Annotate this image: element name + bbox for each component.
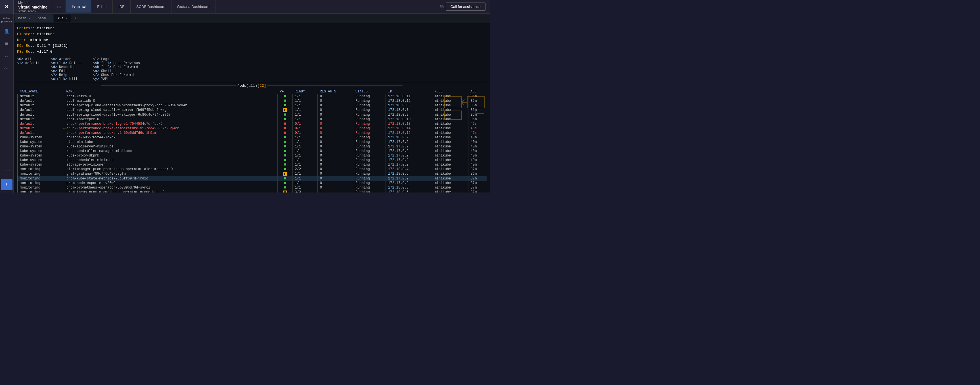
terminal-tab-bash-2[interactable]: bash ✕ xyxy=(34,14,53,22)
cell-status: Running xyxy=(353,99,386,103)
cluster-label: Cluster: xyxy=(17,32,35,36)
shortcut-key-help: <?> xyxy=(51,73,57,77)
cell-restarts: 0 xyxy=(318,181,353,185)
add-terminal-tab[interactable]: + xyxy=(71,14,79,22)
cell-ip: 172.17.0.2 xyxy=(385,158,432,162)
tab-bash-1-close[interactable]: ✕ xyxy=(29,17,30,20)
table-row[interactable]: monitoring graf-grafana-789c7f6c49-vsgtm… xyxy=(18,171,487,176)
layout-icon: ▦ xyxy=(5,41,8,46)
cell-name: truck-performance-brake-temperature-v1-7… xyxy=(64,126,278,131)
table-row[interactable]: default truck-performance-brake-temperat… xyxy=(18,126,487,131)
cell-ready: 1/1 xyxy=(293,144,317,149)
cell-ready: 1/1 xyxy=(293,176,317,181)
table-row[interactable]: kube-system kube-apiserver-minikube 1/1 … xyxy=(18,144,487,149)
sidebar-icon-code[interactable]: </> xyxy=(1,63,13,74)
cell-status: Running xyxy=(353,185,386,190)
shortcut-key-y: <y> xyxy=(93,77,99,81)
cell-name: prom-kube-state-metrics-78c6ff697d-jrd2c xyxy=(64,176,278,181)
cell-restarts: 0 xyxy=(318,176,353,181)
cell-restarts: 1 xyxy=(318,190,353,192)
k8s-rev-label: K8s Rev: xyxy=(17,50,35,54)
table-row[interactable]: default truck-performance-trucks-v1-69b5… xyxy=(18,131,487,135)
cell-name: scdf-spring-cloud-dataflow-skipper-6c86d… xyxy=(64,112,278,117)
topbar-right: ⧉ Call for assistance xyxy=(440,3,490,11)
terminal-body[interactable]: ↑ ↑ ↑ Context: minikube Cluster: minikub… xyxy=(14,23,490,192)
table-row[interactable]: monitoring prom-kube-state-metrics-78c6f… xyxy=(18,176,487,181)
cell-status: Running xyxy=(353,167,386,171)
cell-ready: 1/1 xyxy=(293,140,317,144)
col-status: STATUS xyxy=(353,89,386,94)
table-row[interactable]: kube-system kube-controller-manager-mini… xyxy=(18,149,487,154)
follow-presenter-button[interactable]: Followpresenter xyxy=(0,16,14,24)
pods-table: NAMESPACE↑ NAME PF READY RESTARTS STATUS… xyxy=(17,89,487,192)
table-row[interactable]: kube-system coredns-6955765f44-lcxqx 1/1… xyxy=(18,135,487,140)
cell-ip: 172.18.0.8 xyxy=(385,103,432,108)
tab-ide[interactable]: IDE xyxy=(113,0,130,13)
sidebar-icon-edit[interactable]: ✏ xyxy=(1,51,13,62)
table-row[interactable]: default scdf-spring-cloud-dataflow-prome… xyxy=(18,103,487,108)
cell-name: alertmanager-prom-prometheus-operator-al… xyxy=(64,167,278,171)
terminal-tab-k9s[interactable]: k9s ✕ xyxy=(54,14,71,22)
cell-namespace: monitoring xyxy=(18,167,64,171)
gear-button[interactable]: ⚙ xyxy=(52,0,66,14)
cell-ready: 1/1 xyxy=(293,171,317,176)
cell-name: kube-apiserver-minikube xyxy=(64,144,278,149)
tab-grafana-dashboard[interactable]: Grafana Dashboard xyxy=(172,0,215,13)
cell-namespace: kube-system xyxy=(18,144,64,149)
tab-bash-2-close[interactable]: ✕ xyxy=(48,17,50,20)
cell-ip: 172.17.0.2 xyxy=(385,181,432,185)
sidebar-icon-layout[interactable]: ▦ xyxy=(1,38,13,49)
table-row[interactable]: default scdf-zookeeper-0 1/1 0 Running 1… xyxy=(18,117,487,122)
cell-name: prom-prometheus-operator-5b789bd79d-svmc… xyxy=(64,185,278,190)
tab-terminal[interactable]: Terminal xyxy=(66,0,91,13)
cell-ready: 0/1 xyxy=(293,122,317,126)
table-row[interactable]: kube-system kube-proxy-dkprk 1/1 0 Runni… xyxy=(18,154,487,158)
sidebar-icon-user[interactable]: 👤 xyxy=(1,25,13,37)
sidebar-icon-download[interactable]: ⬇ xyxy=(1,179,13,190)
table-row[interactable]: monitoring prom-prometheus-operator-5b78… xyxy=(18,185,487,190)
shortcut-key-ctrl-d: <ctrl-d> xyxy=(51,61,67,65)
table-row[interactable]: default truck-performance-brake-log-v1-7… xyxy=(18,122,487,126)
terminal-tab-bash-1[interactable]: bash ✕ xyxy=(15,14,34,22)
table-row[interactable]: default scdf-mariadb-0 1/1 0 Running 172… xyxy=(18,99,487,103)
cell-status: Running xyxy=(353,126,386,131)
vm-title: Virtual Machine xyxy=(18,5,48,10)
cell-pf xyxy=(277,103,293,108)
mylab-label: My Lab xyxy=(18,1,48,5)
cell-ip: 172.18.0.5 xyxy=(385,190,432,192)
table-row[interactable]: monitoring alertmanager-prom-prometheus-… xyxy=(18,167,487,171)
table-row[interactable]: monitoring prometheus-prom-prometheus-op… xyxy=(18,190,487,192)
cell-restarts: 0 xyxy=(318,158,353,162)
call-assistance-button[interactable]: Call for assistance xyxy=(446,3,485,11)
cell-namespace: default xyxy=(18,117,64,122)
svg-line-4 xyxy=(461,100,465,102)
tab-scdf-dashboard[interactable]: SCDF Dashboard xyxy=(130,0,172,13)
col-pf: PF xyxy=(277,89,293,94)
tab-k9s-label: k9s xyxy=(57,16,64,21)
cell-restarts: 0 xyxy=(318,112,353,117)
cell-pf xyxy=(277,158,293,162)
svg-rect-0 xyxy=(445,97,461,108)
external-link-icon[interactable]: ⧉ xyxy=(440,4,444,10)
shortcut-key-d: <d> xyxy=(51,65,57,69)
table-row[interactable]: default scdf-kafka-0 1/1 0 Running 172.1… xyxy=(18,94,487,99)
watermark xyxy=(439,23,490,192)
shortcut-action-kill: Kill xyxy=(69,77,78,81)
table-row[interactable]: default scdf-spring-cloud-dataflow-skipp… xyxy=(18,112,487,117)
tab-k9s-close[interactable]: ✕ xyxy=(65,17,67,20)
table-row[interactable]: monitoring prom-node-exporter-v26w9 1/1 … xyxy=(18,181,487,185)
cell-name: kube-proxy-dkprk xyxy=(64,154,278,158)
logo-button[interactable]: S xyxy=(0,0,14,14)
table-row[interactable]: kube-system etcd-minikube 1/1 0 Running … xyxy=(18,140,487,144)
shortcuts: <0> all <1> default <a> Attach <ctrl-d> … xyxy=(17,57,487,81)
cell-restarts: 0 xyxy=(318,94,353,99)
logo-text: S xyxy=(5,4,8,10)
col-ready: READY xyxy=(293,89,317,94)
tab-editor[interactable]: Editor xyxy=(91,0,113,13)
table-row[interactable]: default scdf-spring-cloud-dataflow-serve… xyxy=(18,108,487,112)
table-row[interactable]: kube-system kube-scheduler-minikube 1/1 … xyxy=(18,158,487,162)
table-row[interactable]: kube-system storage-provisioner 1/1 0 Ru… xyxy=(18,162,487,167)
shortcut-action-edit: Edit xyxy=(59,69,67,73)
cell-pf xyxy=(277,99,293,103)
cell-name: scdf-spring-cloud-dataflow-server-fb6974… xyxy=(64,108,278,112)
